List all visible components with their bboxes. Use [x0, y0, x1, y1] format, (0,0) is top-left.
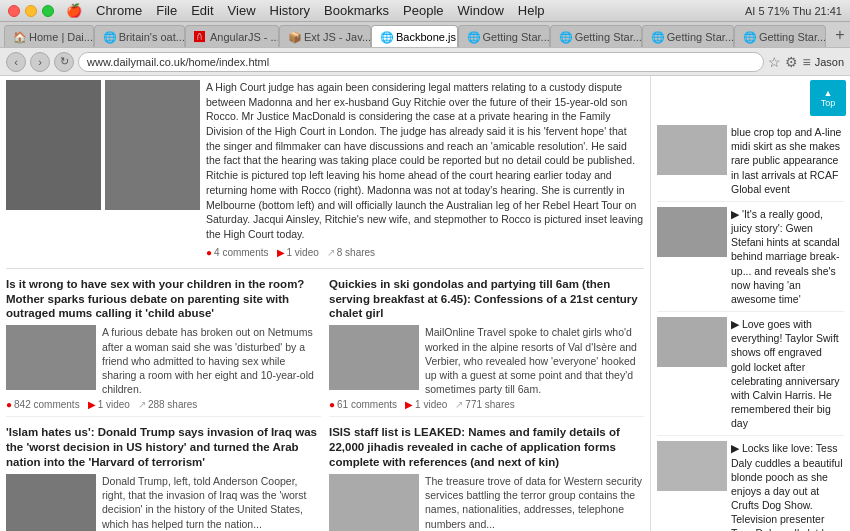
top-article-image-right — [105, 80, 200, 210]
art2-video-icon: ▶ — [405, 399, 413, 410]
art1-comments: ● 842 comments — [6, 399, 80, 410]
article-inner-4: The treasure trove of data for Western s… — [329, 474, 644, 531]
top-article-body: A High Court judge has again been consid… — [206, 80, 644, 242]
article-body-4: The treasure trove of data for Western s… — [425, 474, 644, 531]
article-image-1 — [6, 325, 96, 390]
main-content: A High Court judge has again been consid… — [0, 76, 850, 531]
sidebar-image-0 — [657, 125, 727, 175]
tab-extjs[interactable]: 📦 Ext JS - Jav... ✕ — [279, 25, 371, 47]
tab-home[interactable]: 🏠 Home | Dai... ✕ — [4, 25, 94, 47]
menu-bookmarks[interactable]: Bookmarks — [324, 3, 389, 18]
art1-video-count: 1 video — [98, 399, 130, 410]
art1-comment-dot: ● — [6, 399, 12, 410]
article-inner-2: MailOnline Travel spoke to chalet girls … — [329, 325, 644, 396]
article-image-3 — [6, 474, 96, 531]
video-icon: ▶ — [277, 246, 285, 260]
tab-label-britain: Britain's oat... — [119, 31, 185, 43]
tab-gs3[interactable]: 🌐 Getting Star... ✕ — [642, 25, 734, 47]
url-text: www.dailymail.co.uk/home/index.html — [87, 56, 269, 68]
tab-favicon-britain: 🌐 — [103, 31, 115, 43]
tab-backbone[interactable]: 🌐 Backbone.js ✕ — [371, 25, 458, 47]
sidebar-text-3[interactable]: ▶ Locks like love: Tess Daly cuddles a b… — [731, 441, 844, 531]
shares-meta: ↗ 8 shares — [327, 246, 375, 260]
article-image-2 — [329, 325, 419, 390]
tab-favicon-gs2: 🌐 — [559, 31, 571, 43]
menu-people[interactable]: People — [403, 3, 443, 18]
extensions-icon[interactable]: ⚙ — [785, 54, 798, 70]
article-title-1[interactable]: Is it wrong to have sex with your childr… — [6, 277, 321, 322]
sidebar-item-1: ▶ 'It's a really good, juicy story': Gwe… — [657, 202, 844, 312]
tab-favicon-backbone: 🌐 — [380, 31, 392, 43]
menu-help[interactable]: Help — [518, 3, 545, 18]
article-inner-1: A furious debate has broken out on Netmu… — [6, 325, 321, 396]
forward-button[interactable]: › — [30, 52, 50, 72]
sidebar-item-2: ▶ Love goes with everything! Taylor Swif… — [657, 312, 844, 436]
menu-view[interactable]: View — [228, 3, 256, 18]
bookmark-icon[interactable]: ☆ — [768, 54, 781, 70]
art2-shares-count: 771 shares — [465, 399, 514, 410]
article-content: A High Court judge has again been consid… — [0, 76, 650, 531]
tab-angular[interactable]: 🅰 AngularJS - ... ✕ — [185, 25, 279, 47]
back-button[interactable]: ‹ — [6, 52, 26, 72]
menu-file[interactable]: File — [156, 3, 177, 18]
menu-window[interactable]: Window — [458, 3, 504, 18]
tab-britain[interactable]: 🌐 Britain's oat... ✕ — [94, 25, 185, 47]
tab-label-home: Home | Dai... — [29, 31, 93, 43]
art1-shares: ↗ 288 shares — [138, 399, 197, 410]
tab-favicon-gs4: 🌐 — [743, 31, 755, 43]
sidebar-text-2[interactable]: ▶ Love goes with everything! Taylor Swif… — [731, 317, 844, 430]
menu-chrome[interactable]: Chrome — [96, 3, 142, 18]
comments-meta: ● 4 comments — [206, 246, 269, 260]
status-bar: AI 5 71% Thu 21:41 — [745, 5, 842, 17]
tab-label-gs1: Getting Star... — [483, 31, 550, 43]
tab-gs2[interactable]: 🌐 Getting Star... ✕ — [550, 25, 642, 47]
article-item-3: 'Islam hates us': Donald Trump says inva… — [6, 425, 321, 531]
art1-video: ▶ 1 video — [88, 399, 130, 410]
menu-edit[interactable]: Edit — [191, 3, 213, 18]
article-meta-2: ● 61 comments ▶ 1 video ↗ 771 shares — [329, 399, 644, 410]
menu-apple[interactable]: 🍎 — [66, 3, 82, 18]
article-body-3: Donald Trump, left, told Anderson Cooper… — [102, 474, 321, 531]
comment-dot: ● — [206, 246, 212, 260]
art2-video: ▶ 1 video — [405, 399, 447, 410]
article-item-1: Is it wrong to have sex with your childr… — [6, 277, 321, 418]
title-bar: 🍎 Chrome File Edit View History Bookmark… — [0, 0, 850, 22]
comment-count: 4 comments — [214, 246, 268, 260]
art2-shares: ↗ 771 shares — [455, 399, 514, 410]
url-input[interactable]: www.dailymail.co.uk/home/index.html — [78, 52, 764, 72]
article-item-4: ISIS staff list is LEAKED: Names and fam… — [329, 425, 644, 531]
article-title-2[interactable]: Quickies in ski gondolas and partying ti… — [329, 277, 644, 322]
user-label[interactable]: Jason — [815, 56, 844, 68]
art1-comment-count: 842 comments — [14, 399, 80, 410]
sidebar-item-3: ▶ Locks like love: Tess Daly cuddles a b… — [657, 436, 844, 531]
art1-video-icon: ▶ — [88, 399, 96, 410]
maximize-button[interactable] — [42, 5, 54, 17]
close-button[interactable] — [8, 5, 20, 17]
art2-comment-dot: ● — [329, 399, 335, 410]
top-article-image-left — [6, 80, 101, 210]
refresh-button[interactable]: ↻ — [54, 52, 74, 72]
tab-gs1[interactable]: 🌐 Getting Star... ✕ — [458, 25, 550, 47]
tab-label-gs3: Getting Star... — [667, 31, 734, 43]
tab-bar: 🏠 Home | Dai... ✕ 🌐 Britain's oat... ✕ 🅰… — [0, 22, 850, 48]
articles-grid: Is it wrong to have sex with your childr… — [6, 277, 644, 531]
top-article: A High Court judge has again been consid… — [6, 80, 644, 269]
new-tab-button[interactable]: + — [830, 25, 850, 45]
minimize-button[interactable] — [25, 5, 37, 17]
sidebar-image-3 — [657, 441, 727, 491]
sidebar-text-1[interactable]: ▶ 'It's a really good, juicy story': Gwe… — [731, 207, 844, 306]
article-title-4[interactable]: ISIS staff list is LEAKED: Names and fam… — [329, 425, 644, 470]
more-icon[interactable]: ≡ — [802, 54, 810, 70]
tab-favicon-gs1: 🌐 — [467, 31, 479, 43]
article-meta-1: ● 842 comments ▶ 1 video ↗ 288 shares — [6, 399, 321, 410]
article-item-2: Quickies in ski gondolas and partying ti… — [329, 277, 644, 418]
tab-gs4[interactable]: 🌐 Getting Star... ✕ — [734, 25, 826, 47]
window-controls[interactable] — [8, 5, 54, 17]
back-to-top-button[interactable]: ▲ Top — [810, 80, 846, 116]
article-title-3[interactable]: 'Islam hates us': Donald Trump says inva… — [6, 425, 321, 470]
sidebar-image-2 — [657, 317, 727, 367]
menu-history[interactable]: History — [270, 3, 310, 18]
article-body-2: MailOnline Travel spoke to chalet girls … — [425, 325, 644, 396]
sidebar-image-1 — [657, 207, 727, 257]
sidebar-text-0[interactable]: blue crop top and A-line midi skirt as s… — [731, 125, 844, 196]
